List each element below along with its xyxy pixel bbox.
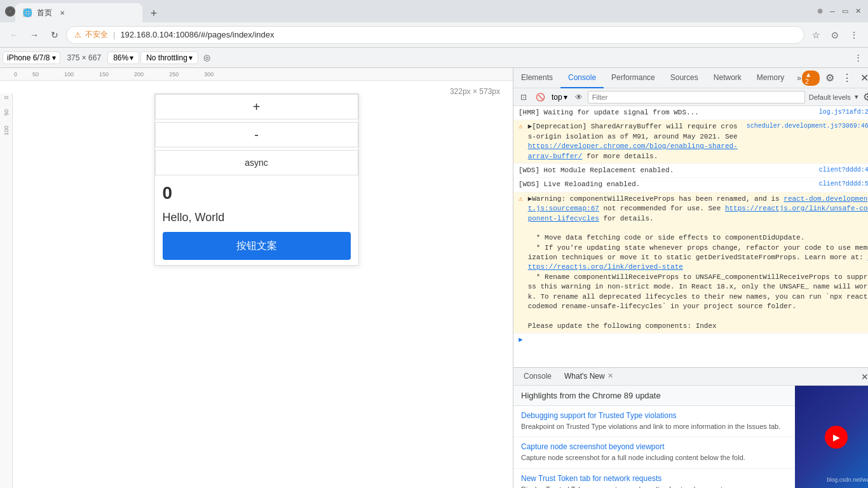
level-label: Default levels <box>806 93 853 101</box>
devtools-panel: Elements Console Performance Sources Net… <box>513 68 868 488</box>
browser-frame: 🌐 首页 ✕ + ⊕ ─ ▭ ✕ ← → ↻ ⚠ 不安全 | 192.168.0… <box>0 0 868 488</box>
derived-state-link[interactable]: https://reactjs.org/link/derived-state <box>528 254 868 271</box>
tab-performance[interactable]: Performance <box>604 68 663 88</box>
whats-new-item-1[interactable]: Capture node screenshot beyond viewport … <box>513 437 795 468</box>
console-loc-hmr[interactable]: log.js?1afd:24 <box>819 108 868 117</box>
ruler-top: 0 50 100 150 200 250 300 <box>0 68 513 81</box>
more-button[interactable]: ⋮ <box>845 26 863 44</box>
bottom-panel-close-button[interactable]: ✕ <box>857 369 868 384</box>
tab-favicon: 🌐 <box>23 8 32 17</box>
address-url: 192.168.0.104:10086/#/pages/index/index <box>120 30 274 39</box>
title-bar-left <box>5 6 15 17</box>
tab-close-button[interactable]: ✕ <box>57 8 67 18</box>
console-loc-wds1[interactable]: client?dddd:48 <box>819 166 868 175</box>
whats-new-list: Highlights from the Chrome 89 update Deb… <box>513 386 795 488</box>
whats-new-title-0[interactable]: Debugging support for Trusted Type viola… <box>521 411 787 420</box>
devtools-actions: ▲ 2 ⚙ ⋮ ✕ <box>802 71 868 86</box>
tab-console[interactable]: Console <box>560 68 604 88</box>
maximize-button[interactable]: ▭ <box>840 6 850 17</box>
active-tab[interactable]: 🌐 首页 ✕ <box>15 3 142 22</box>
whats-new-title-1[interactable]: Capture node screenshot beyond viewport <box>521 442 787 451</box>
console-message-deprecation: ⚠ ▶[Deprecation] SharedArrayBuffer will … <box>513 120 868 164</box>
chrome-icon <box>5 6 15 17</box>
console-message-wds-hot: [WDS] Hot Module Replacement enabled. cl… <box>513 164 868 178</box>
devtools-close-button[interactable]: ✕ <box>857 71 868 86</box>
address-separator: | <box>113 30 115 39</box>
phone-frame: + - async 0 Hello, World <box>154 93 359 266</box>
main-area: 0 50 100 150 200 250 300 0 50 100 <box>0 68 868 488</box>
dimension-label: 322px × 573px <box>450 87 500 96</box>
whats-new-title-2[interactable]: New Trust Token tab for network requests <box>521 474 787 483</box>
profile-icon-button[interactable]: ⊙ <box>826 26 844 44</box>
insecure-label: 不安全 <box>85 29 108 40</box>
deprecation-link[interactable]: https://developer.chrome.com/blog/enabli… <box>528 142 738 159</box>
whats-new-desc-1: Capture node screenshot for a full node … <box>521 453 787 463</box>
more-tabs-button[interactable]: » <box>792 74 802 83</box>
async-button[interactable]: async <box>155 150 358 175</box>
whats-new-video[interactable]: blog.csdn.net/wail ▶ <box>795 386 868 488</box>
device-name: iPhone 6/7/8 <box>7 53 50 62</box>
app-main-button[interactable]: 按钮文案 <box>163 232 351 260</box>
bottom-tab-console[interactable]: Console <box>519 368 557 386</box>
tab-bar: 🌐 首页 ✕ + <box>15 0 815 22</box>
reload-button[interactable]: ↻ <box>46 26 64 44</box>
console-toolbar: ⊡ 🚫 top ▾ 👁 Default levels ▾ ⚙ <box>513 88 868 106</box>
console-settings-button[interactable]: ⚙ <box>860 90 868 105</box>
whats-new-desc-2: Display Trusted Token parameters and res… <box>521 485 787 488</box>
devtools-tabs: Elements Console Performance Sources Net… <box>513 68 802 88</box>
console-loc-wds2[interactable]: client?dddd:52 <box>819 180 868 189</box>
video-thumbnail: blog.csdn.net/wail ▶ <box>795 386 868 488</box>
whats-new-item-2[interactable]: New Trust Token tab for network requests… <box>513 469 795 488</box>
settings-button[interactable]: ⚙ <box>822 71 837 86</box>
sensors-button[interactable]: ◎ <box>200 50 215 65</box>
console-loc-dep[interactable]: scheduler.development.js?3069:469 <box>747 122 868 131</box>
device-toolbar: iPhone 6/7/8 ▾ 375 × 667 86% ▾ No thrott… <box>0 48 868 68</box>
devtools-more-button[interactable]: ⋮ <box>850 50 865 65</box>
whats-new-desc-0: Breakpoint on Trusted Type violations an… <box>521 422 787 431</box>
console-arrow: ► <box>519 336 523 344</box>
zoom-selector[interactable]: 86% ▾ <box>107 51 139 64</box>
eye-button[interactable]: 👁 <box>571 90 587 105</box>
console-output: [HMR] Waiting for update signal from WDS… <box>513 106 868 367</box>
plus-button[interactable]: + <box>155 94 358 119</box>
new-tab-button[interactable]: + <box>145 4 163 22</box>
warn-icon-1: ⚠ <box>519 122 523 132</box>
level-dropdown-icon: ▾ <box>855 93 858 101</box>
forward-button[interactable]: → <box>25 26 43 44</box>
address-bar: ← → ↻ ⚠ 不安全 | 192.168.0.104:10086/#/page… <box>0 22 868 48</box>
address-input[interactable]: ⚠ 不安全 | 192.168.0.104:10086/#/pages/inde… <box>66 26 804 44</box>
tab-network[interactable]: Network <box>706 68 749 88</box>
whats-new-tab-close[interactable]: ✕ <box>607 372 613 380</box>
bookmark-button[interactable]: ☆ <box>807 26 825 44</box>
devtools-more-options[interactable]: ⋮ <box>840 71 855 86</box>
profile-button[interactable]: ⊕ <box>815 6 825 17</box>
device-selector[interactable]: iPhone 6/7/8 ▾ <box>3 51 60 64</box>
tab-elements[interactable]: Elements <box>513 68 560 88</box>
console-message-react-warn: ⚠ ▶Warning: componentWillReceiveProps ha… <box>513 193 868 334</box>
tab-memory[interactable]: Memory <box>749 68 792 88</box>
devtools-tab-bar: Elements Console Performance Sources Net… <box>513 68 868 88</box>
whats-new-item-0[interactable]: Debugging support for Trusted Type viola… <box>513 406 795 437</box>
dock-button[interactable]: ⊡ <box>516 90 531 105</box>
console-prompt-line: ► <box>513 334 868 346</box>
console-filter-input[interactable] <box>588 91 805 104</box>
page-content: 322px × 573px + - async <box>0 81 513 488</box>
bottom-tab-whats-new[interactable]: What's New ✕ <box>559 368 618 386</box>
throttle-selector[interactable]: No throttling ▾ <box>140 51 198 64</box>
tab-sources[interactable]: Sources <box>663 68 706 88</box>
tab-title: 首页 <box>37 8 52 18</box>
console-message-hmr: [HMR] Waiting for update signal from WDS… <box>513 106 868 120</box>
video-source-label: blog.csdn.net/wail <box>827 477 868 483</box>
context-selector[interactable]: top ▾ <box>549 92 570 103</box>
minus-button[interactable]: - <box>155 122 358 147</box>
close-window-button[interactable]: ✕ <box>853 6 863 17</box>
play-icon: ▶ <box>833 432 840 442</box>
minimize-button[interactable]: ─ <box>827 6 837 17</box>
webpage-preview: 0 50 100 150 200 250 300 0 50 100 <box>0 68 513 488</box>
address-actions: ☆ ⊙ ⋮ <box>807 26 863 44</box>
back-button[interactable]: ← <box>5 26 23 44</box>
whats-new-content: Highlights from the Chrome 89 update Deb… <box>513 386 868 488</box>
play-button[interactable]: ▶ <box>825 426 848 449</box>
clear-console-button[interactable]: 🚫 <box>532 90 548 105</box>
title-bar: 🌐 首页 ✕ + ⊕ ─ ▭ ✕ <box>0 0 868 22</box>
